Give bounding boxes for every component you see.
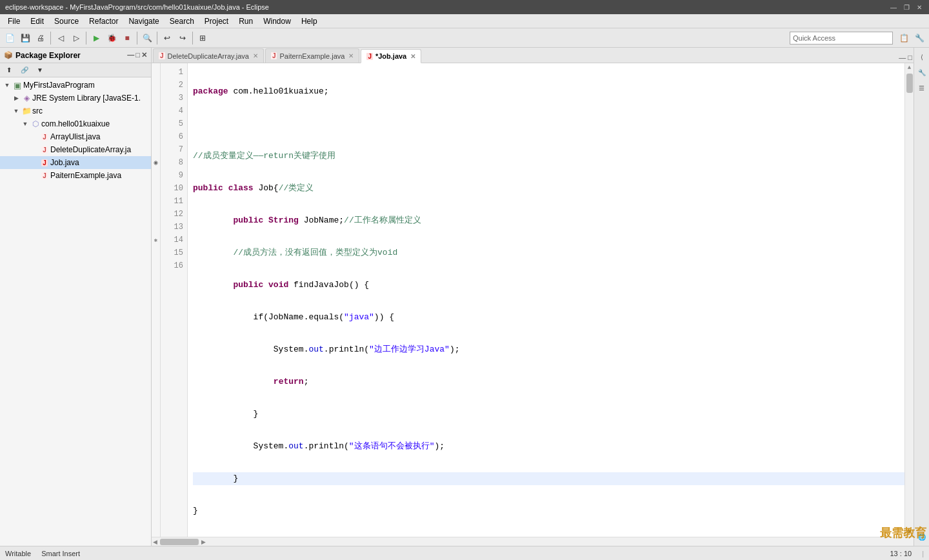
tab-job[interactable]: J *Job.java ✕ (361, 49, 421, 63)
ln-6: 6 (161, 130, 187, 143)
ln-2: 2 (161, 79, 187, 92)
title-bar-controls: — ❐ ✕ (889, 3, 924, 12)
toolbar-search[interactable]: 🔍 (140, 31, 154, 45)
toolbar-sep-5 (192, 32, 193, 45)
bp-11[interactable] (152, 195, 160, 208)
bp-3[interactable] (152, 92, 160, 105)
menu-search[interactable]: Search (165, 15, 199, 27)
tab-paitern-label: PaiternExample.java (279, 52, 345, 60)
toolbar-new[interactable]: 📄 (3, 31, 17, 45)
bp-5[interactable] (152, 117, 160, 130)
right-btn-2[interactable]: 🔧 (915, 66, 928, 79)
right-btn-3[interactable]: ☰ (915, 81, 928, 94)
tree-item-jre[interactable]: ▶ ◈ JRE System Library [JavaSE-1. (0, 92, 151, 105)
toolbar-forward[interactable]: ▷ (69, 31, 83, 45)
bp-15[interactable] (152, 246, 160, 259)
right-btn-4[interactable]: 🌐 (915, 530, 928, 543)
ln-12: 12 (161, 208, 187, 221)
tree-item-paitern[interactable]: J PaiternExample.java (0, 169, 151, 182)
job-label: Job.java (50, 158, 79, 167)
scroll-thumb-h[interactable] (160, 539, 199, 545)
code-line-8: if(JobName.equals("java")) { (193, 311, 904, 324)
menu-file[interactable]: File (3, 15, 25, 27)
project-icon: ▣ (12, 79, 23, 91)
toolbar-stop[interactable]: ■ (120, 31, 134, 45)
menu-navigate[interactable]: Navigate (123, 15, 164, 27)
toolbar-open-perspective[interactable]: 📋 (897, 31, 911, 45)
quick-access-input[interactable]: Quick Access (790, 32, 893, 45)
tree-item-project[interactable]: ▼ ▣ MyFirstJavaProgram (0, 79, 151, 92)
tree-item-deletedup[interactable]: J DeleteDuplicateArray.ja (0, 143, 151, 156)
menu-edit[interactable]: Edit (25, 15, 49, 27)
close-button[interactable]: ✕ (915, 3, 924, 12)
bp-10[interactable] (152, 182, 160, 195)
tree-item-job[interactable]: J Job.java (0, 156, 151, 169)
sidebar-link-editor[interactable]: 🔗 (17, 63, 32, 77)
status-insert-mode: Smart Insert (41, 550, 80, 557)
tree-arrow-jre: ▶ (12, 95, 21, 101)
ln-7: 7 (161, 143, 187, 156)
sidebar-collapse[interactable]: ⬆ (2, 63, 16, 77)
scroll-down-arrow[interactable]: ▼ (906, 528, 912, 537)
menu-source[interactable]: Source (49, 15, 84, 27)
sidebar-close[interactable]: ✕ (141, 51, 147, 59)
scroll-right-arrow[interactable]: ▶ (200, 537, 207, 546)
toolbar-back[interactable]: ◁ (54, 31, 68, 45)
bp-12[interactable] (152, 208, 160, 221)
tab-job-close[interactable]: ✕ (410, 53, 415, 60)
toolbar-print[interactable]: 🖨 (34, 31, 48, 45)
sidebar-maximize[interactable]: □ (135, 51, 140, 59)
menu-window[interactable]: Window (258, 15, 296, 27)
tab-deletedup[interactable]: J DeleteDuplicateArray.java ✕ (153, 48, 264, 63)
scroll-left-arrow[interactable]: ◀ (152, 537, 159, 546)
editor-scrollbar-horizontal[interactable]: ◀ ▶ (152, 537, 914, 546)
tab-deletedup-close[interactable]: ✕ (253, 52, 258, 59)
tree-item-package[interactable]: ▼ ⬡ com.hello01kuaixue (0, 117, 151, 130)
toolbar-undo[interactable]: ↩ (160, 31, 174, 45)
bp-marker-7: ◉ (154, 159, 157, 166)
toolbar-run[interactable]: ▶ (89, 31, 103, 45)
bp-13[interactable] (152, 221, 160, 234)
menu-run[interactable]: Run (234, 15, 258, 27)
sidebar-minimize[interactable]: — (127, 51, 134, 59)
toolbar-perspectives[interactable]: ⊞ (195, 31, 210, 45)
menu-project[interactable]: Project (199, 15, 234, 27)
tree-item-src[interactable]: ▼ 📁 src (0, 105, 151, 117)
bp-9[interactable] (152, 169, 160, 182)
bp-4[interactable] (152, 105, 160, 117)
bp-16[interactable] (152, 259, 160, 272)
tab-deletedup-label: DeleteDuplicateArray.java (168, 52, 249, 60)
sidebar-menu[interactable]: ▼ (33, 63, 47, 77)
bp-14[interactable]: ✱ (152, 234, 160, 246)
code-content[interactable]: package com.hello01kuaixue; //成员变量定义——re… (188, 63, 904, 537)
sidebar-header: 📦 Package Explorer — □ ✕ (0, 48, 151, 63)
tab-maximize[interactable]: □ (908, 54, 912, 61)
bp-7[interactable] (152, 143, 160, 156)
editor-scrollbar-vertical[interactable]: ▲ ▼ (904, 63, 914, 537)
bp-1[interactable] (152, 66, 160, 79)
minimize-button[interactable]: — (889, 3, 898, 12)
jre-icon: ◈ (21, 92, 32, 104)
right-btn-1[interactable]: ⟨ (915, 50, 928, 63)
tab-paitern-close[interactable]: ✕ (348, 52, 354, 59)
scroll-thumb-v[interactable] (906, 74, 913, 93)
ln-13: 13 (161, 221, 187, 234)
bp-2[interactable] (152, 79, 160, 92)
scroll-up-arrow[interactable]: ▲ (906, 63, 912, 72)
maximize-button[interactable]: ❐ (902, 3, 911, 12)
tree-item-arrayulist[interactable]: J ArrayUlist.java (0, 130, 151, 143)
toolbar-save[interactable]: 💾 (18, 31, 32, 45)
toolbar-icons[interactable]: 🔧 (912, 31, 926, 45)
toolbar-debug[interactable]: 🐞 (105, 31, 119, 45)
tab-paitern[interactable]: J PaiternExample.java ✕ (265, 48, 359, 63)
bp-6[interactable] (152, 130, 160, 143)
tree-arrow-package: ▼ (21, 121, 30, 127)
tab-minimize[interactable]: — (899, 54, 906, 61)
bp-8[interactable]: ◉ (152, 156, 160, 169)
menu-help[interactable]: Help (296, 15, 323, 27)
toolbar-redo[interactable]: ↪ (175, 31, 190, 45)
editor-area: J DeleteDuplicateArray.java ✕ J PaiternE… (152, 48, 914, 546)
tree-arrow-project: ▼ (3, 82, 12, 88)
menu-refactor[interactable]: Refactor (84, 15, 123, 27)
code-line-14: } (193, 505, 904, 517)
